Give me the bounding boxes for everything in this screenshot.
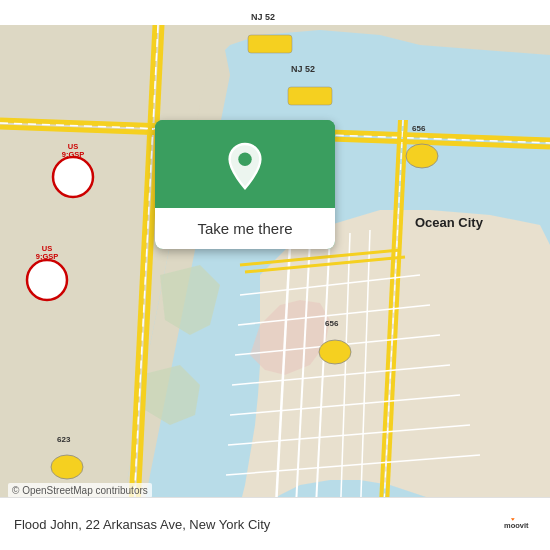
address-text: Flood John, 22 Arkansas Ave, New York Ci… — [14, 517, 270, 532]
svg-point-34 — [27, 260, 67, 300]
svg-rect-31 — [248, 35, 292, 53]
badge-623: 623 — [57, 435, 70, 444]
badge-us9-gsp-top: US 9;GSP — [57, 143, 89, 160]
svg-point-38 — [238, 153, 251, 166]
bottom-bar: Flood John, 22 Arkansas Ave, New York Ci… — [0, 497, 550, 550]
map-background — [0, 0, 550, 550]
moovit-logo: moovit — [504, 508, 536, 540]
svg-point-33 — [53, 157, 93, 197]
popup-icon-area — [155, 120, 335, 208]
ocean-city-label: Ocean City — [415, 215, 483, 230]
badge-nj52-top: NJ 52 — [251, 12, 275, 22]
badge-us9-gsp-bottom: US 9;GSP — [31, 245, 63, 262]
svg-text:moovit: moovit — [504, 521, 529, 530]
location-pin-icon — [223, 142, 267, 192]
osm-attribution: © OpenStreetMap contributors — [8, 483, 152, 498]
svg-rect-32 — [288, 87, 332, 105]
map-container: US 9;GSP US 9;GSP NJ 52 NJ 52 656 656 62… — [0, 0, 550, 550]
badge-656-top: 656 — [412, 124, 425, 133]
svg-point-37 — [51, 455, 83, 479]
badge-nj52-card: NJ 52 — [291, 64, 315, 74]
badge-656-bottom: 656 — [325, 319, 338, 328]
take-me-there-button[interactable]: Take me there — [155, 208, 335, 249]
svg-point-36 — [319, 340, 351, 364]
svg-point-35 — [406, 144, 438, 168]
popup-card: Take me there — [155, 120, 335, 249]
